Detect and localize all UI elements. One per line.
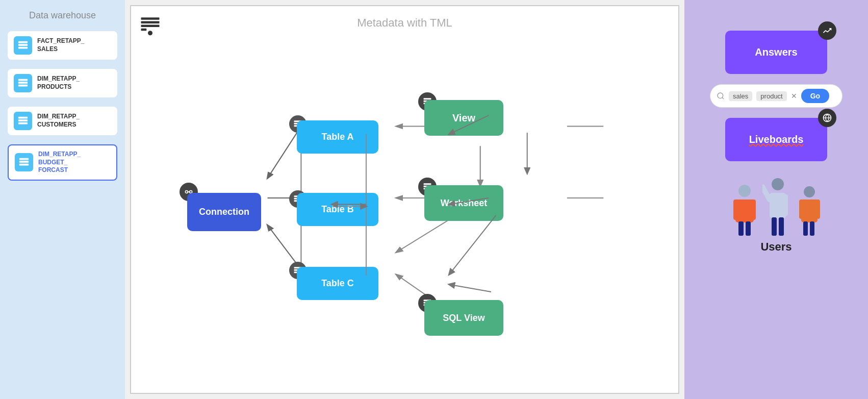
middle-panel: Metadata with TML <box>130 5 679 394</box>
svg-rect-6 <box>18 117 28 119</box>
svg-rect-74 <box>782 194 788 216</box>
svg-rect-41 <box>424 98 431 99</box>
tml-logo <box>139 14 162 39</box>
svg-line-55 <box>449 215 496 275</box>
svg-point-61 <box>718 93 723 98</box>
svg-rect-80 <box>814 199 820 219</box>
svg-point-29 <box>185 191 188 193</box>
svg-line-18 <box>268 127 301 179</box>
search-icon <box>717 92 725 100</box>
svg-rect-11 <box>19 164 29 166</box>
svg-point-65 <box>738 185 751 197</box>
left-panel-title: Data warehouse <box>8 10 117 21</box>
dw-item-dim-budget: DIM_RETAPP_BUDGET_FORCAST <box>8 144 117 181</box>
svg-rect-13 <box>141 21 160 23</box>
svg-rect-14 <box>141 25 160 28</box>
sql-view-box: SQL View <box>424 300 503 336</box>
svg-rect-79 <box>799 199 805 219</box>
svg-rect-81 <box>803 221 808 236</box>
svg-line-56 <box>449 284 491 292</box>
svg-rect-44 <box>424 183 431 185</box>
go-button[interactable]: Go <box>801 89 829 103</box>
svg-line-62 <box>722 97 724 99</box>
view-box: View <box>424 100 503 136</box>
dw-item-fact-sales: FACT_RETAPP_SALES <box>8 31 117 60</box>
user-figure-2 <box>762 177 793 238</box>
clear-search-button[interactable]: ✕ <box>791 92 797 100</box>
dw-item-dim-customers: DIM_RETAPP_CUSTOMERS <box>8 107 117 135</box>
user-figure-1 <box>729 182 760 238</box>
svg-rect-10 <box>19 161 29 163</box>
svg-rect-67 <box>733 199 741 220</box>
search-bar[interactable]: sales product ✕ Go <box>710 84 843 108</box>
svg-rect-2 <box>18 47 28 49</box>
svg-rect-1 <box>18 44 28 46</box>
svg-rect-82 <box>810 221 814 236</box>
svg-rect-75 <box>772 217 777 236</box>
svg-rect-4 <box>18 82 28 84</box>
dw-label-fact-sales: FACT_RETAPP_SALES <box>37 37 84 53</box>
left-panel: Data warehouse FACT_RETAPP_SALES DIM_RET… <box>0 0 125 399</box>
svg-rect-8 <box>18 122 28 124</box>
table-icon-dim-budget <box>15 153 33 171</box>
worksheet-box: Worksheet <box>424 185 503 221</box>
answers-box: Answers <box>725 31 827 74</box>
svg-rect-15 <box>141 29 147 31</box>
svg-point-77 <box>804 186 815 197</box>
right-panel: Answers sales product ✕ Go Liveboards <box>684 0 868 399</box>
dw-item-dim-products: DIM_RETAPP_PRODUCTS <box>8 69 117 97</box>
svg-rect-76 <box>779 217 784 236</box>
svg-line-23 <box>396 218 452 253</box>
middle-panel-title: Metadata with TML <box>139 16 671 30</box>
diagram: Connection Table A Table B <box>139 40 671 386</box>
users-label: Users <box>760 240 792 254</box>
svg-rect-7 <box>18 119 28 121</box>
answers-icon <box>818 21 836 40</box>
svg-rect-68 <box>749 199 756 220</box>
svg-rect-9 <box>19 158 29 160</box>
search-tag-product: product <box>756 91 786 101</box>
connection-box: Connection <box>187 193 261 231</box>
svg-point-16 <box>148 31 152 35</box>
users-figures <box>729 177 824 238</box>
users-section: Users <box>729 177 824 254</box>
svg-rect-69 <box>738 221 744 236</box>
svg-rect-5 <box>18 85 28 87</box>
search-tag-sales: sales <box>729 91 752 101</box>
table-icon-dim-products <box>14 74 32 92</box>
table-b-box: Table B <box>297 193 378 226</box>
svg-rect-70 <box>746 221 751 236</box>
table-a-box: Table A <box>297 120 378 154</box>
dw-label-dim-budget: DIM_RETAPP_BUDGET_FORCAST <box>38 151 81 174</box>
user-figure-3 <box>796 184 824 238</box>
dw-label-dim-customers: DIM_RETAPP_CUSTOMERS <box>37 113 80 129</box>
table-icon-dim-customers <box>14 112 32 130</box>
table-icon-fact-sales <box>14 36 32 55</box>
svg-line-73 <box>762 187 770 199</box>
svg-point-71 <box>772 178 784 190</box>
table-c-box: Table C <box>297 267 378 300</box>
svg-rect-12 <box>141 17 160 20</box>
dw-label-dim-products: DIM_RETAPP_PRODUCTS <box>37 75 80 91</box>
svg-rect-3 <box>18 79 28 81</box>
main-container: Data warehouse FACT_RETAPP_SALES DIM_RET… <box>0 0 868 399</box>
svg-rect-0 <box>18 41 28 43</box>
liveboards-box: Liveboards <box>725 118 827 161</box>
liveboards-icon <box>818 109 836 127</box>
